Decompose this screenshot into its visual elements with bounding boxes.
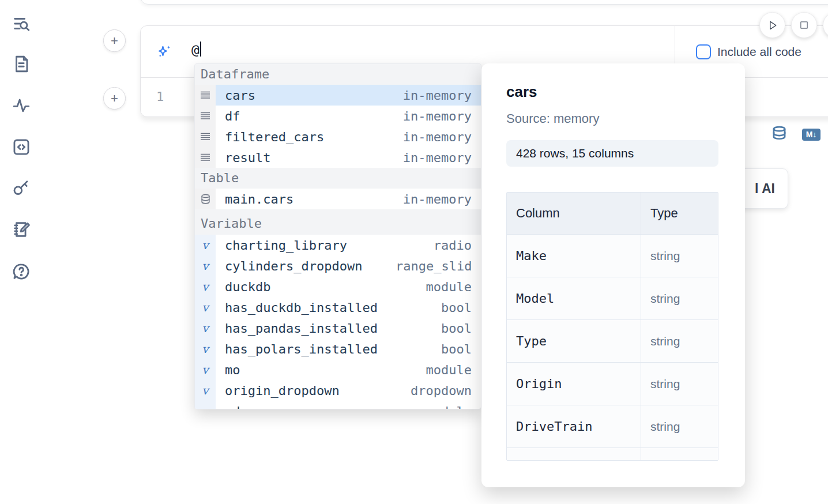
stop-cell-button[interactable] <box>791 12 817 38</box>
autocomplete-item-has_duckdb_installed[interactable]: vhas_duckdb_installedbool <box>195 297 481 318</box>
variable-icon: v <box>195 338 216 359</box>
column-type-text: string <box>650 334 680 348</box>
schema-column-name <box>507 448 641 461</box>
item-name: result <box>216 151 396 165</box>
autocomplete-item-content: pdmodule <box>216 401 481 409</box>
code-block-icon[interactable] <box>12 137 31 157</box>
autocomplete-item-main.cars[interactable]: main.carsin-memory <box>195 189 481 209</box>
autocomplete-item-has_pandas_installed[interactable]: vhas_pandas_installedbool <box>195 318 481 338</box>
item-type: bool <box>396 300 472 315</box>
notebook-edit-icon[interactable] <box>12 220 31 239</box>
autocomplete-item-has_polars_installed[interactable]: vhas_polars_installedbool <box>195 338 481 359</box>
autocomplete-item-df[interactable]: dfin-memory <box>195 106 481 126</box>
schema-column-name: Type <box>507 320 641 362</box>
autocomplete-item-content: resultin-memory <box>216 147 481 168</box>
schema-column-name: DriveTrain <box>507 405 641 447</box>
item-type: bool <box>396 321 472 336</box>
autocomplete-item-content: charting_libraryradio <box>216 235 481 255</box>
variable-icon: v <box>195 255 216 276</box>
autocomplete-item-charting_library[interactable]: vcharting_libraryradio <box>195 235 481 255</box>
schema-column-type: string <box>641 277 718 319</box>
autocomplete-item-duckdb[interactable]: vduckdbmodule <box>195 276 481 297</box>
variable-glyph: v <box>202 404 208 409</box>
run-cell-button[interactable] <box>759 12 785 38</box>
item-type: in-memory <box>396 151 472 165</box>
dataframe-preview-panel: cars Source: memory 428 rows, 15 columns… <box>481 63 745 487</box>
activity-icon[interactable] <box>12 96 31 115</box>
autocomplete-item-content: dfin-memory <box>216 106 481 126</box>
variable-icon: v <box>195 401 216 409</box>
autocomplete-item-cylinders_dropdown[interactable]: vcylinders_dropdownrange_slider <box>195 255 481 276</box>
item-type: bool <box>396 342 472 356</box>
item-type: in-memory <box>396 88 472 103</box>
schema-column-type: string <box>641 405 718 447</box>
variable-icon: v <box>195 235 216 255</box>
autocomplete-item-filtered_cars[interactable]: filtered_carsin-memory <box>195 126 481 147</box>
column-name-text: Model <box>516 291 554 306</box>
variable-icon: v <box>195 359 216 380</box>
key-icon[interactable] <box>12 178 31 198</box>
column-name-text: Origin <box>516 377 562 391</box>
ai-sparkle-icon <box>156 44 173 61</box>
column-type-text: string <box>650 292 680 306</box>
autocomplete-item-pd[interactable]: vpdmodule <box>195 401 481 409</box>
schema-column-type <box>641 448 718 461</box>
variable-glyph: v <box>202 383 208 397</box>
list-search-icon[interactable] <box>12 14 31 33</box>
column-name-text: DriveTrain <box>516 419 592 434</box>
item-type: in-memory <box>396 130 472 144</box>
dataframe-icon <box>195 106 216 126</box>
ai-prompt-input[interactable]: @ <box>191 42 201 57</box>
database-icon[interactable] <box>771 126 787 142</box>
column-name-text: Type <box>516 334 547 348</box>
prompt-text-value: @ <box>191 42 200 57</box>
variable-glyph: v <box>202 259 208 273</box>
dataframe-icon <box>195 126 216 147</box>
variable-glyph: v <box>202 300 208 314</box>
variable-glyph: v <box>202 321 208 335</box>
item-name: main.cars <box>216 192 396 206</box>
help-chat-icon[interactable] <box>12 262 31 281</box>
item-name: duckdb <box>216 280 396 294</box>
autocomplete-item-origin_dropdown[interactable]: vorigin_dropdowndropdown <box>195 380 481 401</box>
autocomplete-item-content: filtered_carsin-memory <box>216 126 481 147</box>
autocomplete-item-result[interactable]: resultin-memory <box>195 147 481 168</box>
autocomplete-item-mo[interactable]: vmomodule <box>195 359 481 380</box>
autocomplete-item-content: has_polars_installedbool <box>216 338 481 359</box>
schema-row-make: Makestring <box>507 234 718 277</box>
add-cell-below-button[interactable]: + <box>103 87 126 110</box>
item-name: has_duckdb_installed <box>216 300 396 315</box>
autocomplete-item-content: momodule <box>216 359 481 380</box>
autocomplete-item-content: origin_dropdowndropdown <box>216 380 481 401</box>
document-icon[interactable] <box>12 54 31 74</box>
schema-row-origin: Originstring <box>507 362 718 405</box>
variable-glyph: v <box>202 280 208 294</box>
item-name: has_pandas_installed <box>216 321 396 336</box>
preview-source: Source: memory <box>506 111 745 126</box>
variable-glyph: v <box>202 342 208 356</box>
item-name: cars <box>216 88 396 103</box>
preview-schema-table: Column Type MakestringModelstringTypestr… <box>506 192 718 461</box>
item-name: mo <box>216 363 396 377</box>
item-type: module <box>396 404 472 410</box>
add-cell-above-button[interactable]: + <box>103 29 126 52</box>
include-all-code-label: Include all code <box>717 45 801 59</box>
table-icon <box>195 189 216 209</box>
previous-cell-edge <box>140 0 828 5</box>
item-type: module <box>396 363 472 377</box>
schema-header-type: Type <box>641 193 718 234</box>
autocomplete-item-cars[interactable]: carsin-memory <box>195 85 481 106</box>
schema-row-model: Modelstring <box>507 277 718 319</box>
column-type-text: string <box>650 420 680 434</box>
autocomplete-item-content: has_pandas_installedbool <box>216 318 481 338</box>
column-type-text: string <box>650 249 680 263</box>
schema-row-type: Typestring <box>507 319 718 362</box>
preview-shape-badge: 428 rows, 15 columns <box>506 140 718 167</box>
variable-icon: v <box>195 380 216 401</box>
schema-column-name: Make <box>507 235 641 277</box>
autocomplete-item-content: has_duckdb_installedbool <box>216 297 481 318</box>
include-all-code-checkbox[interactable] <box>696 44 711 59</box>
item-name: charting_library <box>216 238 396 253</box>
markdown-export-icon[interactable]: M↓ <box>802 129 821 141</box>
schema-column-name: Origin <box>507 363 641 405</box>
